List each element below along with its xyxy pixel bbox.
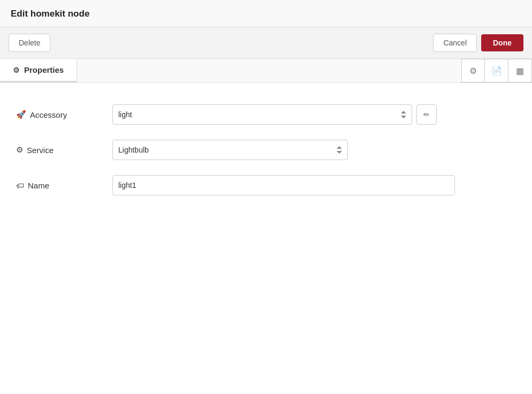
name-label: 🏷 Name: [16, 181, 112, 190]
service-gear-icon: ⚙: [16, 145, 23, 155]
frame-icon: ▦: [516, 66, 524, 76]
dialog: Edit homekit node Delete Cancel Done ⚙ P…: [0, 0, 532, 394]
accessory-edit-button[interactable]: ✏: [416, 104, 437, 125]
tag-icon: 🏷: [16, 181, 24, 190]
service-label: ⚙ Service: [16, 145, 112, 155]
pencil-icon: ✏: [423, 110, 430, 119]
name-input[interactable]: [112, 175, 455, 195]
delete-button[interactable]: Delete: [9, 34, 50, 52]
service-control-wrap: Lightbulb Switch Outlet Fan Thermostat: [112, 140, 516, 160]
dialog-header: Edit homekit node: [0, 0, 532, 27]
dialog-body: 🚀 Accessory light ✏ ⚙ Service Lightbulb: [0, 83, 532, 394]
tab-document-icon-btn[interactable]: 📄: [485, 59, 508, 82]
accessory-row: 🚀 Accessory light ✏: [16, 104, 516, 125]
tab-properties[interactable]: ⚙ Properties: [0, 59, 77, 82]
tab-frame-icon-btn[interactable]: ▦: [508, 59, 532, 82]
document-icon: 📄: [491, 66, 502, 76]
accessory-control-wrap: light ✏: [112, 104, 516, 125]
name-control-wrap: [112, 175, 516, 195]
tab-settings-icon-btn[interactable]: ⚙: [461, 59, 485, 82]
tabs-row: ⚙ Properties ⚙ 📄 ▦: [0, 59, 532, 83]
accessory-select[interactable]: light: [112, 104, 412, 125]
name-row: 🏷 Name: [16, 175, 516, 195]
properties-gear-icon: ⚙: [13, 66, 20, 74]
tab-properties-label: Properties: [24, 65, 64, 74]
service-row: ⚙ Service Lightbulb Switch Outlet Fan Th…: [16, 140, 516, 160]
tabs-icons-right: ⚙ 📄 ▦: [461, 59, 532, 82]
dialog-toolbar: Delete Cancel Done: [0, 27, 532, 59]
cancel-button[interactable]: Cancel: [433, 34, 477, 52]
service-select[interactable]: Lightbulb Switch Outlet Fan Thermostat: [112, 140, 348, 160]
rocket-icon: 🚀: [16, 110, 26, 119]
dialog-title: Edit homekit node: [11, 9, 89, 19]
accessory-label: 🚀 Accessory: [16, 110, 112, 119]
done-button[interactable]: Done: [481, 34, 523, 51]
settings-gear-icon: ⚙: [469, 66, 477, 76]
